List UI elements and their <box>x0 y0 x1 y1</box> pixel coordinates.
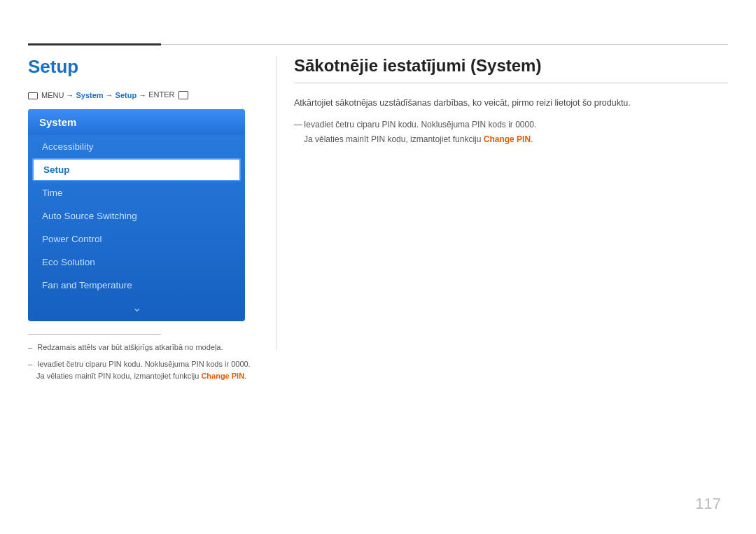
page-title: Setup <box>28 56 259 78</box>
menu-item-power-control[interactable]: Power Control <box>28 227 245 251</box>
right-panel-title: Sākotnējie iestatījumi (System) <box>294 56 728 83</box>
system-menu-header: System <box>28 109 245 135</box>
change-pin-link-footnote[interactable]: Change PIN <box>201 372 244 380</box>
footnote-note1: – Redzamais attēls var būt atšķirīgs atk… <box>28 342 259 354</box>
enter-icon <box>178 91 188 99</box>
path-system: System <box>76 91 103 99</box>
top-lines <box>28 43 728 45</box>
vertical-divider <box>276 56 277 350</box>
footnote-note2: – Ievadiet četru ciparu PIN kodu. Noklus… <box>28 358 259 383</box>
page-number: 117 <box>695 495 721 513</box>
arrow3: → <box>139 91 146 99</box>
menu-icon <box>28 92 38 99</box>
top-line-light <box>161 44 728 45</box>
footnote-divider <box>28 334 161 335</box>
arrow1: → <box>66 91 74 99</box>
menu-item-setup[interactable]: Setup <box>32 158 241 181</box>
chevron-down-icon: ⌄ <box>28 297 245 321</box>
menu-path: MENU → System → Setup → ENTER <box>28 90 259 99</box>
path-setup: Setup <box>115 91 137 99</box>
footnote-section: – Redzamais attēls var būt atšķirīgs atk… <box>28 342 259 383</box>
enter-label: ENTER <box>148 90 188 99</box>
menu-item-eco-solution[interactable]: Eco Solution <box>28 251 245 274</box>
arrow2: → <box>106 91 113 99</box>
right-panel-note: Ievadiet četru ciparu PIN kodu. Noklusēj… <box>294 118 728 146</box>
menu-item-auto-source[interactable]: Auto Source Switching <box>28 204 245 227</box>
menu-label: MENU <box>28 91 64 99</box>
system-menu: System Accessibility Setup Time Auto Sou… <box>28 109 245 321</box>
right-panel-description: Atkārtojiet sākotnējas uzstādīšanas darb… <box>294 96 728 111</box>
right-panel: Sākotnējie iestatījumi (System) Atkārtoj… <box>294 56 728 146</box>
top-line-dark <box>28 43 161 45</box>
menu-item-time[interactable]: Time <box>28 181 245 204</box>
left-panel: Setup MENU → System → Setup → ENTER Syst… <box>28 56 259 383</box>
change-pin-link-right[interactable]: Change PIN <box>484 134 531 144</box>
menu-item-fan-temp[interactable]: Fan and Temperature <box>28 274 245 297</box>
menu-item-accessibility[interactable]: Accessibility <box>28 135 245 158</box>
